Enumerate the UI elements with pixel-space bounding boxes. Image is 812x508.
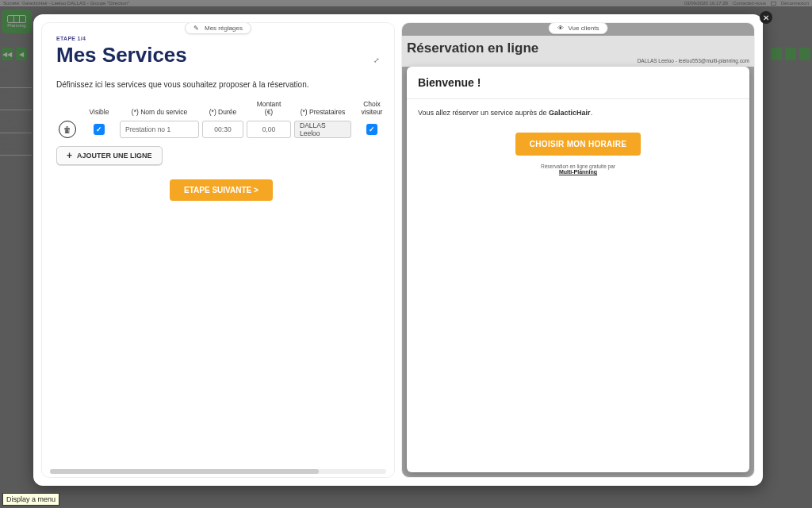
preview-card: Bienvenue ! Vous allez réserver un servi…: [407, 67, 749, 472]
col-duration: (*) Durée: [202, 108, 243, 116]
tab-my-settings[interactable]: ✎ Mes réglages: [185, 22, 251, 34]
welcome-heading: Bienvenue !: [418, 76, 738, 89]
visible-checkbox[interactable]: [94, 124, 105, 135]
horizontal-scrollbar[interactable]: [50, 469, 386, 474]
tab-label: Vue clients: [569, 25, 599, 32]
menu-tooltip: Display a menu: [2, 493, 59, 506]
add-line-button[interactable]: + AJOUTER UNE LIGNE: [56, 146, 163, 165]
col-amount: Montant(€): [247, 100, 291, 116]
tab-client-view[interactable]: 👁 Vue clients: [549, 22, 608, 34]
client-preview-panel: 👁 Vue clients Réservation en ligne DALLA…: [401, 22, 755, 478]
delete-row-button[interactable]: 🗑: [59, 121, 76, 138]
table-row: 🗑 DALLAS Leeloo: [56, 121, 386, 138]
page-subtitle: Définissez ici les services que vous sou…: [56, 80, 386, 89]
preview-user-line: DALLAS Leeloo - leeloo553@multi-planning…: [402, 58, 754, 67]
settings-panel: ✎ Mes réglages ⤢ ETAPE 1/4 Mes Services …: [41, 22, 395, 478]
provider-select[interactable]: DALLAS Leeloo: [294, 121, 351, 138]
table-header: Visible (*) Nom du service (*) Durée Mon…: [56, 100, 386, 116]
preview-body-text: Vous allez réserver un service auprès de…: [418, 109, 738, 117]
expand-icon[interactable]: ⤢: [373, 56, 380, 64]
close-modal-button[interactable]: ✕: [760, 11, 772, 24]
plus-icon: +: [67, 151, 72, 160]
col-name: (*) Nom du service: [120, 108, 199, 116]
visitor-choice-checkbox[interactable]: [366, 124, 377, 135]
col-visible: Visible: [82, 108, 117, 116]
add-line-label: AJOUTER UNE LIGNE: [77, 152, 152, 160]
eye-icon: 👁: [557, 25, 564, 32]
tab-label: Mes réglages: [205, 25, 243, 32]
pencil-icon: ✎: [193, 25, 200, 32]
col-visitor: Choixvisiteur: [354, 100, 389, 116]
credit-line: Réservation en ligne gratuite par Multi-…: [418, 164, 738, 175]
credit-brand-link[interactable]: Multi-Planning: [418, 169, 738, 175]
brand-name: GalacticHair: [549, 109, 591, 117]
next-step-button[interactable]: ETAPE SUIVANTE >: [170, 179, 273, 201]
preview-title: Réservation en ligne: [402, 36, 754, 58]
settings-modal: ✎ Mes réglages ⤢ ETAPE 1/4 Mes Services …: [33, 14, 763, 486]
choose-schedule-button[interactable]: CHOISIR MON HORAIRE: [515, 133, 641, 156]
services-table: Visible (*) Nom du service (*) Durée Mon…: [56, 100, 386, 138]
page-title: Mes Services: [56, 43, 386, 67]
step-indicator: ETAPE 1/4: [56, 36, 386, 41]
duration-input[interactable]: [202, 121, 243, 138]
preview-card-header: Bienvenue !: [407, 67, 749, 99]
service-name-input[interactable]: [120, 121, 199, 138]
amount-input[interactable]: [247, 121, 291, 138]
col-providers: (*) Prestataires: [294, 108, 351, 116]
